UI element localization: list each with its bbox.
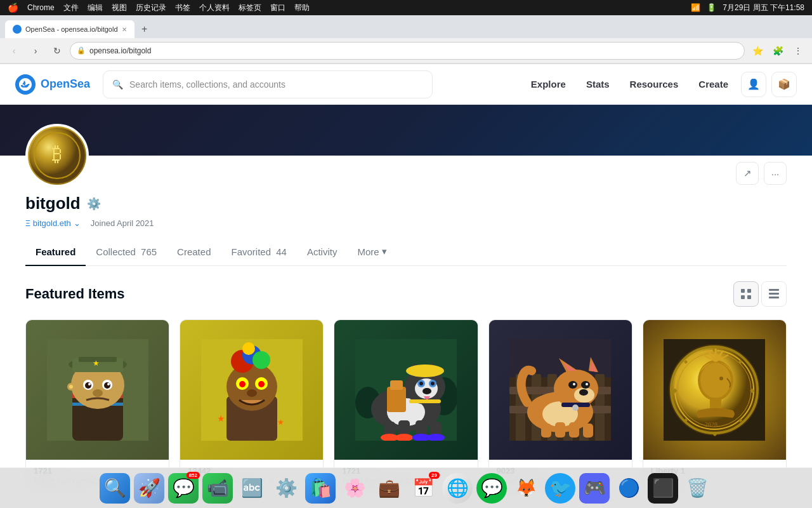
active-tab[interactable]: OpenSea - opensea.io/bitgold ✕ xyxy=(5,20,134,38)
dock-trash[interactable]: 🗑️ xyxy=(682,473,712,504)
apple-menu[interactable]: 🍎 xyxy=(8,3,18,13)
dock-photos[interactable]: 🌸 xyxy=(339,473,370,504)
list-view-button[interactable] xyxy=(761,281,787,307)
dock-crypto[interactable]: 🦊 xyxy=(511,473,541,504)
nav-resources[interactable]: Resources xyxy=(622,74,686,95)
dock-launchpad[interactable]: 🚀 xyxy=(134,473,164,504)
svg-rect-3 xyxy=(741,289,745,293)
forward-button[interactable]: › xyxy=(27,42,44,60)
back-button[interactable]: ‹ xyxy=(5,42,23,60)
opensea-logo-icon xyxy=(15,74,36,95)
window-menu[interactable]: 窗口 xyxy=(270,3,285,13)
reload-button[interactable]: ↻ xyxy=(48,42,66,60)
svg-rect-8 xyxy=(769,293,779,295)
tab-collected[interactable]: Collected 765 xyxy=(86,239,167,266)
user-account-button[interactable]: 👤 xyxy=(741,72,766,97)
nav-explore[interactable]: Explore xyxy=(523,74,573,95)
dock-terminal[interactable]: ⬛ xyxy=(648,473,678,504)
grid-view-button[interactable] xyxy=(733,281,759,307)
profile-avatar: ₿ xyxy=(25,124,89,187)
dock-chrome[interactable]: 🌐 xyxy=(442,473,473,504)
nft-card-1[interactable]: ★ xyxy=(25,319,169,491)
svg-text:◆: ◆ xyxy=(712,430,717,437)
svg-text:◆: ◆ xyxy=(672,387,678,394)
dock-twitter[interactable]: 🐦 xyxy=(545,473,575,504)
nft-grid: ★ xyxy=(25,319,787,491)
profile-name-row: bitgold ⚙️ xyxy=(25,194,787,213)
dock-systemprefs[interactable]: ⚙️ xyxy=(271,473,301,504)
nav-create[interactable]: Create xyxy=(691,74,736,95)
svg-rect-59 xyxy=(412,366,438,375)
dock-wechat[interactable]: 💬 xyxy=(476,473,507,504)
opensea-logo[interactable]: OpenSea xyxy=(15,74,90,95)
tabs-menu[interactable]: 标签页 xyxy=(239,3,261,13)
svg-text:₿: ₿ xyxy=(52,142,62,165)
edit-menu[interactable]: 编辑 xyxy=(88,3,103,13)
more-options-button[interactable]: ··· xyxy=(764,162,787,185)
chrome-menu[interactable]: Chrome xyxy=(27,3,55,12)
share-button[interactable]: ↗ xyxy=(736,162,759,185)
tab-featured[interactable]: Featured xyxy=(25,239,86,266)
dock-calendar[interactable]: 📅 29 xyxy=(408,473,438,504)
bookmarks-star-button[interactable]: ⭐ xyxy=(749,42,766,60)
more-chevron-icon: ▾ xyxy=(382,246,387,257)
address-bar[interactable]: 🔒 opensea.io/bitgold xyxy=(70,42,745,60)
eth-address[interactable]: Ξ bitgold.eth ⌄ xyxy=(25,218,81,228)
tab-activity[interactable]: Activity xyxy=(297,239,348,266)
history-menu[interactable]: 历史记录 xyxy=(136,3,166,13)
wifi-icon: 📶 xyxy=(691,3,700,12)
svg-point-21 xyxy=(85,382,91,389)
svg-point-38 xyxy=(258,381,265,387)
bookmarks-menu[interactable]: 书签 xyxy=(175,3,190,13)
tab-favorited[interactable]: Favorited 44 xyxy=(221,239,296,266)
battery-icon: 🔋 xyxy=(707,3,716,12)
svg-text:◆: ◆ xyxy=(738,359,743,364)
profile-meta: Ξ bitgold.eth ⌄ Joined April 2021 xyxy=(25,218,787,228)
svg-text:★: ★ xyxy=(93,359,100,368)
new-tab-button[interactable]: + xyxy=(136,20,154,38)
dock-messages[interactable]: 💬 852 xyxy=(168,473,199,504)
opensea-page: OpenSea 🔍 Search items, collections, and… xyxy=(0,64,812,491)
view-menu[interactable]: 视图 xyxy=(112,3,127,13)
extensions-button[interactable]: 🧩 xyxy=(769,42,787,60)
featured-section: Featured Items xyxy=(0,266,812,491)
mac-menubar: 🍎 Chrome 文件 编辑 视图 历史记录 书签 个人资料 标签页 窗口 帮助… xyxy=(0,0,812,15)
svg-point-25 xyxy=(93,389,103,397)
dock-slack[interactable]: 💼 xyxy=(374,473,404,504)
dock-facetime[interactable]: 📹 xyxy=(202,473,233,504)
settings-gear-icon[interactable]: ⚙️ xyxy=(87,197,101,211)
profile-name: bitgold xyxy=(25,194,81,213)
nft-image-1: ★ xyxy=(26,320,169,460)
dock-browser2[interactable]: 🔵 xyxy=(613,473,644,504)
messages-badge: 852 xyxy=(187,472,200,479)
svg-rect-9 xyxy=(769,297,779,298)
svg-rect-94 xyxy=(541,424,551,438)
favorited-count: 44 xyxy=(276,246,287,257)
menu-button[interactable]: ⋮ xyxy=(789,42,807,60)
profile-actions: ↗ ··· xyxy=(736,162,787,185)
search-bar[interactable]: 🔍 Search items, collections, and account… xyxy=(103,70,433,98)
ssl-icon: 🔒 xyxy=(77,46,86,55)
dock-discord[interactable]: 🎮 xyxy=(579,473,610,504)
nav-stats[interactable]: Stats xyxy=(579,74,617,95)
svg-rect-95 xyxy=(555,422,565,438)
dock-appstore[interactable]: 🛍️ xyxy=(305,473,336,504)
dock-fontbook[interactable]: 🔤 xyxy=(237,473,267,504)
tab-more[interactable]: More ▾ xyxy=(347,238,396,266)
calendar-date: 29 xyxy=(429,472,440,479)
nft-card-5[interactable]: ◆ ◆ ◆ ◆ ◆ ◆ ◆ ◆ xyxy=(643,319,787,491)
profile-menu[interactable]: 个人资料 xyxy=(199,3,230,13)
nft-card-3[interactable]: 1721 Bored Ape Kennel Club ✓ Price D Dri… xyxy=(334,319,478,491)
svg-point-54 xyxy=(431,382,435,385)
wallet-button[interactable]: 📦 xyxy=(771,72,797,97)
file-menu[interactable]: 文件 xyxy=(63,3,79,13)
profile-banner xyxy=(0,105,812,156)
nft-card-2[interactable]: ★ ★ 13442 Mutant Ape Yacht Club ✓ Price … xyxy=(180,319,324,491)
tab-close-button[interactable]: ✕ xyxy=(122,26,127,33)
svg-text:★: ★ xyxy=(217,413,225,424)
tab-created[interactable]: Created xyxy=(167,239,221,266)
help-menu[interactable]: 帮助 xyxy=(294,3,310,13)
dock-finder[interactable]: 🔍 xyxy=(100,473,130,504)
nft-card-4[interactable]: 9023 Bored Ape Kennel Club ✓ Price D Dri… xyxy=(488,319,632,491)
eth-dropdown-icon: ⌄ xyxy=(74,218,81,228)
